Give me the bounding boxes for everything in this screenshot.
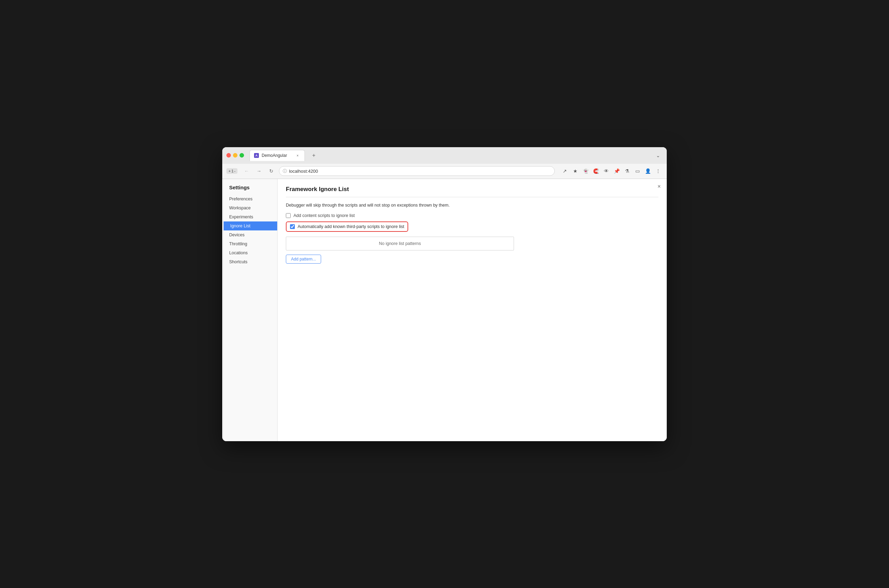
reading-mode-button[interactable]: ▭ <box>633 166 642 176</box>
sidebar-item-ignore-list[interactable]: Ignore List <box>224 222 277 230</box>
reload-button[interactable]: ↻ <box>266 166 276 176</box>
settings-sidebar-title: Settings <box>224 184 277 195</box>
devtools-area: Settings Preferences Workspace Experimen… <box>222 179 667 441</box>
auto-add-scripts-label: Automatically add known third-party scri… <box>297 224 404 229</box>
url-lock-icon: ⓘ <box>283 168 287 174</box>
bookmark-button[interactable]: ★ <box>571 166 580 176</box>
browser-actions: ↗ ★ 👻 🧲 👁 📌 ⚗ ▭ 👤 ⋮ <box>560 166 662 176</box>
add-content-scripts-checkbox-row[interactable]: Add content scripts to ignore list <box>286 213 658 218</box>
add-content-scripts-label: Add content scripts to ignore list <box>293 213 354 218</box>
minimize-traffic-light[interactable] <box>233 153 237 158</box>
sidebar-item-shortcuts[interactable]: Shortcuts <box>224 257 277 266</box>
forward-button[interactable]: → <box>254 166 264 176</box>
sidebar-item-devices[interactable]: Devices <box>224 230 277 239</box>
maximize-traffic-light[interactable] <box>240 153 244 158</box>
add-pattern-button[interactable]: Add pattern... <box>286 255 321 264</box>
devtools-toggle-pipe: 1 <box>231 169 233 173</box>
sidebar-item-workspace[interactable]: Workspace <box>224 204 277 213</box>
extension-pin-icon[interactable]: 📌 <box>612 166 621 176</box>
extension-ghost-icon[interactable]: 👻 <box>581 166 590 176</box>
browser-tab[interactable]: A DemoAngular × <box>249 150 305 161</box>
patterns-box: No ignore list patterns <box>286 237 514 250</box>
sidebar-item-throttling[interactable]: Throttling <box>224 239 277 248</box>
more-menu-button[interactable]: ⋮ <box>653 166 662 176</box>
page-title: Framework Ignore List <box>286 186 658 193</box>
close-traffic-light[interactable] <box>227 153 231 158</box>
auto-add-scripts-checkbox[interactable] <box>290 224 295 229</box>
url-text: localhost:4200 <box>289 169 318 174</box>
sidebar-item-preferences[interactable]: Preferences <box>224 195 277 204</box>
browser-chrome: A DemoAngular × + ⌄ + 1 - ← → ↻ ⓘ localh… <box>222 147 667 179</box>
extension-eye-icon[interactable]: 👁 <box>602 166 611 176</box>
back-button[interactable]: ← <box>242 166 251 176</box>
devtools-toggle[interactable]: + 1 - <box>227 168 237 174</box>
tab-title: DemoAngular <box>262 153 292 158</box>
sidebar-item-experiments[interactable]: Experiments <box>224 213 277 222</box>
auto-add-scripts-checkbox-row[interactable]: Automatically add known third-party scri… <box>286 222 408 232</box>
tab-favicon: A <box>254 153 259 158</box>
settings-content: × Framework Ignore List Debugger will sk… <box>278 179 667 441</box>
add-content-scripts-checkbox[interactable] <box>286 213 291 218</box>
sidebar-item-locations[interactable]: Locations <box>224 248 277 257</box>
extension-puzzle-icon[interactable]: 🧲 <box>592 166 601 176</box>
devtools-panel: Settings Preferences Workspace Experimen… <box>224 179 667 441</box>
tab-close-button[interactable]: × <box>295 153 300 158</box>
address-bar: + 1 - ← → ↻ ⓘ localhost:4200 ↗ ★ 👻 🧲 👁 📌… <box>222 164 667 179</box>
title-bar: A DemoAngular × + ⌄ <box>222 147 667 164</box>
no-patterns-text: No ignore list patterns <box>379 241 421 246</box>
devtools-toggle-minus: - <box>234 169 236 173</box>
window-controls[interactable]: ⌄ <box>653 151 662 160</box>
traffic-lights <box>227 153 244 158</box>
share-button[interactable]: ↗ <box>560 166 569 176</box>
url-bar[interactable]: ⓘ localhost:4200 <box>279 166 555 176</box>
devtools-toggle-plus: + <box>228 169 231 173</box>
settings-sidebar: Settings Preferences Workspace Experimen… <box>224 179 278 441</box>
title-divider <box>286 197 658 197</box>
browser-window: A DemoAngular × + ⌄ + 1 - ← → ↻ ⓘ localh… <box>222 147 667 441</box>
extension-flask-icon[interactable]: ⚗ <box>623 166 632 176</box>
profile-button[interactable]: 👤 <box>643 166 652 176</box>
settings-close-button[interactable]: × <box>656 183 662 190</box>
settings-description: Debugger will skip through the scripts a… <box>286 202 658 208</box>
new-tab-button[interactable]: + <box>309 151 319 160</box>
